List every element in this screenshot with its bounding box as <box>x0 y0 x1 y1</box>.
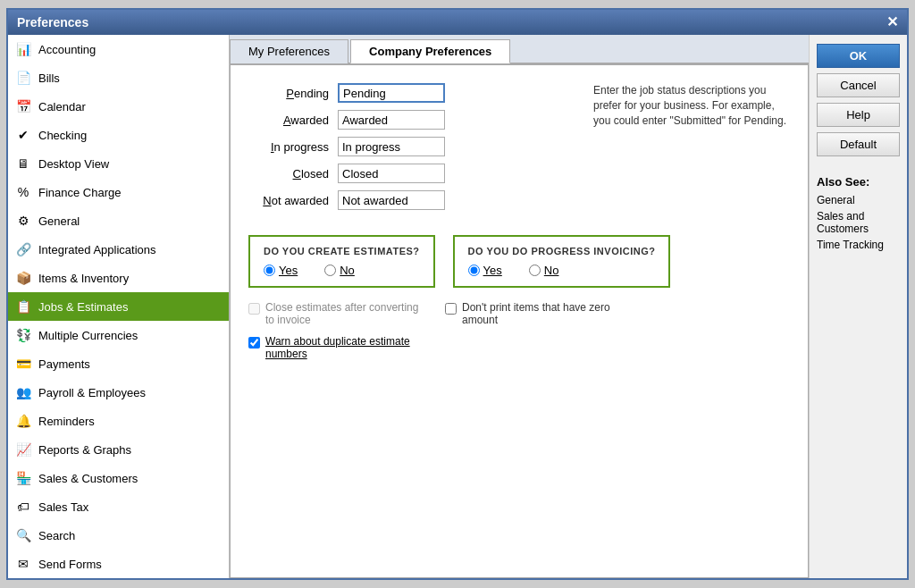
estimates-no-radio[interactable] <box>324 265 336 276</box>
invoicing-no-radio[interactable] <box>529 265 541 276</box>
tab-my-preferences[interactable]: My Preferences <box>230 39 348 63</box>
tabs-row: My Preferences Company Preferences <box>230 35 809 64</box>
sidebar-item-general[interactable]: ⚙General <box>8 206 229 235</box>
input-notawarded[interactable] <box>338 190 445 210</box>
sidebar-item-accounting[interactable]: 📊Accounting <box>8 35 229 63</box>
field-row-pending: Pending <box>248 83 567 103</box>
right-panel: OK Cancel Help Default Also See: General… <box>809 35 907 578</box>
fields-left: Pending Awarded In progress <box>248 83 567 217</box>
sidebar-item-multiple-currencies[interactable]: 💱Multiple Currencies <box>8 321 229 349</box>
content-area: Pending Awarded In progress <box>230 64 809 578</box>
payments-icon: 💳 <box>13 354 33 374</box>
field-row-notawarded: Not awarded <box>248 190 567 210</box>
accounting-icon: 📊 <box>13 39 33 59</box>
invoicing-no-option[interactable]: No <box>529 264 559 277</box>
sidebar: 📊Accounting📄Bills📅Calendar✔Checking🖥Desk… <box>8 35 230 578</box>
also-see-time-tracking[interactable]: Time Tracking <box>817 239 900 251</box>
input-awarded[interactable] <box>338 110 445 130</box>
field-row-closed: Closed <box>248 164 567 183</box>
send-forms-icon: ✉ <box>13 554 33 574</box>
tab-company-preferences[interactable]: Company Preferences <box>350 39 510 63</box>
warn-duplicate-label: Warn about duplicate estimate numbers <box>265 335 445 360</box>
sidebar-item-jobs-estimates[interactable]: 📋Jobs & Estimates <box>8 292 229 321</box>
also-see-title: Also See: <box>817 175 900 189</box>
help-button[interactable]: Help <box>817 103 900 127</box>
invoicing-yes-option[interactable]: Yes <box>468 264 502 277</box>
sidebar-label-items-inventory: Items & Inventory <box>38 272 129 285</box>
sidebar-label-general: General <box>38 214 80 228</box>
warn-duplicate-checkbox[interactable] <box>248 337 260 349</box>
label-awarded: Awarded <box>248 113 329 127</box>
sidebar-item-desktop-view[interactable]: 🖥Desktop View <box>8 149 229 178</box>
estimates-no-option[interactable]: No <box>324 264 355 277</box>
label-closed: Closed <box>248 167 329 181</box>
fields-section: Pending Awarded In progress <box>248 83 790 217</box>
ok-button[interactable]: OK <box>817 44 900 68</box>
dont-print-label: Don't print items that have zero amount <box>462 301 624 326</box>
sidebar-label-multiple-currencies: Multiple Currencies <box>38 329 138 342</box>
sidebar-label-sales-customers: Sales & Customers <box>38 472 138 485</box>
input-closed[interactable] <box>338 164 445 183</box>
sidebar-label-reports-graphs: Reports & Graphs <box>38 443 131 457</box>
sidebar-label-payments: Payments <box>38 357 90 371</box>
sidebar-item-send-forms[interactable]: ✉Send Forms <box>8 550 229 578</box>
sidebar-item-calendar[interactable]: 📅Calendar <box>8 92 229 121</box>
bills-icon: 📄 <box>13 68 33 88</box>
dont-print-checkbox-item: Don't print items that have zero amount <box>445 301 624 326</box>
default-button[interactable]: Default <box>817 132 900 156</box>
label-inprogress: In progress <box>248 140 329 154</box>
sidebar-label-payroll-employees: Payroll & Employees <box>38 386 146 399</box>
description-text: Enter the job status descriptions you pr… <box>593 83 790 217</box>
close-estimates-label: Close estimates after converting to invo… <box>265 301 427 326</box>
also-see-sales-customers[interactable]: Sales andCustomers <box>817 210 900 235</box>
sidebar-label-finance-charge: Finance Charge <box>38 186 122 199</box>
preferences-dialog: Preferences ✕ 📊Accounting📄Bills📅Calendar… <box>6 8 909 580</box>
sidebar-item-reminders[interactable]: 🔔Reminders <box>8 407 229 435</box>
finance-charge-icon: % <box>13 182 33 202</box>
label-notawarded: Not awarded <box>248 194 329 207</box>
sidebar-item-payments[interactable]: 💳Payments <box>8 349 229 378</box>
multiple-currencies-icon: 💱 <box>13 325 33 345</box>
sidebar-item-search[interactable]: 🔍Search <box>8 521 229 550</box>
reports-graphs-icon: 📈 <box>13 440 33 459</box>
search-icon: 🔍 <box>13 525 33 545</box>
sidebar-item-sales-tax[interactable]: 🏷Sales Tax <box>8 492 229 521</box>
payroll-employees-icon: 👥 <box>13 382 33 402</box>
invoicing-yes-radio[interactable] <box>468 265 480 276</box>
sidebar-item-integrated-apps[interactable]: 🔗Integrated Applications <box>8 235 229 264</box>
sidebar-label-send-forms: Send Forms <box>38 558 102 571</box>
main-content: My Preferences Company Preferences Pendi… <box>230 35 809 578</box>
also-see-general[interactable]: General <box>817 194 900 206</box>
sidebar-item-payroll-employees[interactable]: 👥Payroll & Employees <box>8 378 229 407</box>
sidebar-label-checking: Checking <box>38 129 87 142</box>
field-row-inprogress: In progress <box>248 137 567 156</box>
sidebar-label-desktop-view: Desktop View <box>38 157 109 171</box>
sidebar-item-bills[interactable]: 📄Bills <box>8 63 229 92</box>
jobs-estimates-icon: 📋 <box>13 297 33 316</box>
invoicing-box-title: DO YOU DO PROGRESS INVOICING? <box>468 246 656 256</box>
sidebar-item-items-inventory[interactable]: 📦Items & Inventory <box>8 264 229 292</box>
sidebar-item-checking[interactable]: ✔Checking <box>8 121 229 149</box>
general-icon: ⚙ <box>13 211 33 231</box>
sidebar-item-sales-customers[interactable]: 🏪Sales & Customers <box>8 464 229 492</box>
input-pending[interactable] <box>338 83 445 103</box>
invoicing-box: DO YOU DO PROGRESS INVOICING? Yes No <box>453 235 671 288</box>
sidebar-item-reports-graphs[interactable]: 📈Reports & Graphs <box>8 435 229 464</box>
dialog-title: Preferences <box>17 15 88 29</box>
title-bar: Preferences ✕ <box>8 10 907 35</box>
estimates-yes-radio[interactable] <box>264 265 275 276</box>
dont-print-checkbox[interactable] <box>445 303 457 315</box>
estimates-yes-option[interactable]: Yes <box>264 264 298 277</box>
calendar-icon: 📅 <box>13 97 33 116</box>
field-row-awarded: Awarded <box>248 110 567 130</box>
close-button[interactable]: ✕ <box>886 15 898 29</box>
cancel-button[interactable]: Cancel <box>817 73 900 97</box>
close-estimates-checkbox[interactable] <box>248 303 260 315</box>
sidebar-label-integrated-apps: Integrated Applications <box>38 243 156 256</box>
items-inventory-icon: 📦 <box>13 268 33 288</box>
sales-tax-icon: 🏷 <box>13 497 33 517</box>
desktop-view-icon: 🖥 <box>13 154 33 173</box>
input-inprogress[interactable] <box>338 137 445 156</box>
estimates-radio-row: Yes No <box>264 264 420 277</box>
sidebar-item-finance-charge[interactable]: %Finance Charge <box>8 178 229 206</box>
